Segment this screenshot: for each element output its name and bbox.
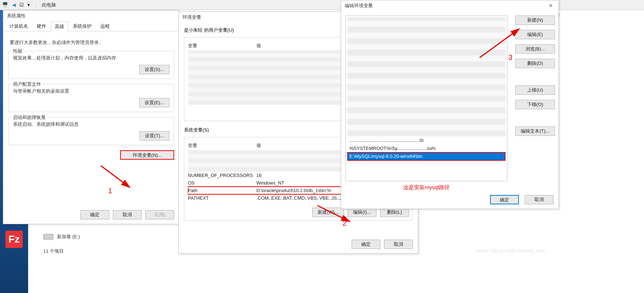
status-bar: 11 个项目	[43, 248, 64, 254]
move-down-button[interactable]: 下移(O)	[515, 100, 555, 109]
move-up-button[interactable]: 上移(U)	[515, 85, 555, 95]
perf-settings-button[interactable]: 设置(S)...	[139, 65, 169, 74]
list-item[interactable]: %SYSTEMROOT%\Sy.......................ss…	[348, 145, 505, 152]
dlg2-ok-button[interactable]: 确定	[352, 240, 380, 249]
watermark-text: https://blog.csdn.net/qq_450...	[476, 248, 550, 253]
sys-new-button[interactable]: 新建(W)...	[312, 208, 344, 217]
dlg2-cancel-button[interactable]: 取消	[384, 240, 413, 249]
pc-icon: 🖥️	[2, 2, 9, 8]
close-icon[interactable]: ✕	[546, 1, 555, 10]
tab-remote[interactable]: 远程	[96, 21, 114, 31]
profile-legend: 用户配置文件	[12, 81, 43, 88]
tab-system-protection[interactable]: 系统保护	[69, 21, 96, 31]
startup-desc: 系统启动、系统故障和调试信息	[13, 121, 169, 128]
list-item-selected[interactable]: E:\MySQL\mysql-8.0.20-winx64\bin	[348, 153, 505, 160]
item-count: 11 个项目	[43, 248, 64, 254]
col-variable-2: 变量	[188, 142, 256, 149]
dlg1-apply-button[interactable]: 应用(	[145, 210, 174, 219]
browse-button[interactable]: 浏览(B)...	[515, 44, 555, 54]
path-list[interactable]: ........................................…	[345, 15, 507, 181]
new-button[interactable]: 新建(N)	[515, 15, 555, 25]
edit-env-var-dialog: 编辑环境变量 ✕ ...............................…	[341, 0, 559, 209]
startup-settings-button[interactable]: 设置(T)...	[140, 131, 169, 141]
tab-advanced[interactable]: 高级	[51, 22, 68, 31]
filezilla-icon[interactable]: Fz	[5, 231, 23, 248]
system-properties-dialog: 系统属性 计算机名 硬件 高级 系统保护 远程 要进行大多数更改，你必须作为管理…	[3, 10, 180, 224]
col-variable: 变量	[188, 43, 256, 49]
checkbox-icon[interactable]: ☑	[19, 2, 24, 8]
col-value-2: 值	[256, 142, 261, 149]
startup-legend: 启动和故障恢复	[12, 114, 47, 121]
explorer-title: 此电脑	[42, 2, 56, 8]
profile-settings-button[interactable]: 设置(E)...	[139, 98, 169, 107]
dlg1-ok-button[interactable]: 确定	[80, 210, 109, 219]
perf-desc: 视觉效果，处理器计划，内存使用，以及虚拟内存	[13, 55, 169, 61]
drive-icon	[43, 234, 53, 240]
annotation-note: 这是安装mysql路径	[345, 184, 507, 191]
list-item[interactable]: ........................................…	[348, 137, 505, 144]
nav-back-icon[interactable]: ◀	[12, 2, 16, 8]
perf-group: 性能 视觉效果，处理器计划，内存使用，以及虚拟内存 设置(S)...	[8, 51, 174, 79]
delete-button[interactable]: 删除(D)	[515, 59, 555, 68]
startup-group: 启动和故障恢复 系统启动、系统故障和调试信息 设置(T)...	[8, 117, 174, 145]
profile-group: 用户配置文件 与登录帐户相关的桌面设置 设置(E)...	[8, 84, 174, 112]
tab-hardware[interactable]: 硬件	[33, 21, 50, 31]
dlg3-cancel-button[interactable]: 取消	[525, 195, 553, 204]
tab-computer-name[interactable]: 计算机名	[5, 21, 32, 31]
dropdown-icon[interactable]: ▾	[27, 2, 30, 8]
edit-button[interactable]: 编辑(E)	[515, 30, 555, 39]
dlg3-title: 编辑环境变量 ✕	[341, 0, 559, 11]
profile-desc: 与登录帐户相关的桌面设置	[13, 88, 169, 94]
edit-text-button[interactable]: 编辑文本(T)...	[515, 126, 555, 136]
dlg1-title: 系统属性	[3, 10, 179, 21]
col-value: 值	[256, 43, 261, 49]
drive-label: 新加卷 (E:)	[57, 234, 80, 240]
drive-item[interactable]: 新加卷 (E:)	[43, 234, 80, 240]
dlg1-tabs: 计算机名 硬件 高级 系统保护 远程	[3, 21, 179, 31]
dlg1-cancel-button[interactable]: 取消	[113, 210, 142, 219]
dlg3-ok-button[interactable]: 确定	[490, 195, 519, 204]
env-variables-button[interactable]: 环境变量(N)...	[120, 150, 174, 160]
dlg1-intro: 要进行大多数更改，你必须作为管理员登录。	[10, 39, 174, 46]
perf-legend: 性能	[12, 48, 24, 54]
